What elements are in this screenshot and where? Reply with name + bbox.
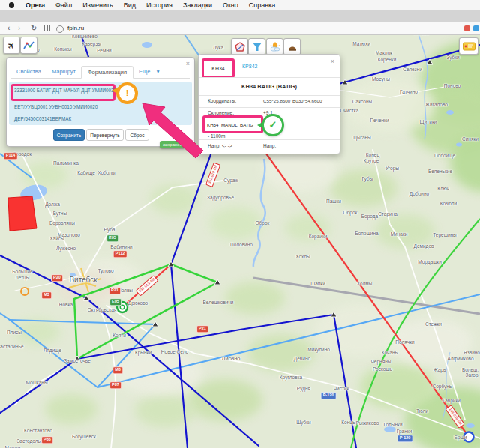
forward-button[interactable]: › (18, 23, 20, 34)
sidebar-icon[interactable] (473, 25, 479, 31)
direction-left: Напр: <- -> (208, 143, 232, 148)
declination-label: Склонение: (208, 110, 234, 115)
ruler-button[interactable] (459, 37, 478, 55)
menubar-item[interactable]: Opera (20, 1, 50, 9)
menubar-item[interactable]: Закладки (178, 1, 218, 9)
save-button[interactable]: Сохранить (53, 129, 85, 141)
point-orange-ring (21, 288, 28, 295)
menubar-item[interactable]: Изменить (77, 1, 118, 9)
waypoint-popup: KH34 КР842 × KH34 BATIG (BATIG) Координа… (198, 54, 340, 154)
pilot-button[interactable] (284, 38, 301, 55)
restricted-zone-red[interactable] (8, 196, 37, 231)
menubar-item[interactable]: История (141, 1, 178, 9)
route-tool-button[interactable] (20, 37, 38, 54)
tab-kh34[interactable]: KH34 (202, 58, 235, 78)
tab-kr842[interactable]: КР842 (242, 64, 257, 69)
saved-status-badge: сохранен (160, 141, 185, 148)
coords-label: Координаты: (208, 98, 236, 103)
weather-sun-cloud-icon (269, 42, 281, 52)
formalized-plan-field[interactable]: 33331000 БАТИГ ДЦТ МАНУЛ ДЦТ УМИИ0032 ЕЕ… (9, 82, 192, 125)
screen: OperaФайлИзменитьВидИсторияЗакладкиОкноС… (0, 0, 480, 448)
site-badge-icon[interactable] (56, 25, 64, 33)
polygon-map-icon (235, 42, 245, 52)
eet-string: ЕЕТ/УУБЦ0001 УУБН0010 УМИИ0020 (14, 104, 98, 109)
tab-more[interactable]: Ещё... ▾ (134, 66, 164, 78)
flight-plan-tabs: Свойства Маршрут Формализация Ещё... ▾ (11, 61, 190, 79)
address-bar[interactable]: fpln.ru (68, 25, 84, 31)
helmet-icon (287, 43, 298, 52)
flight-zone-green[interactable] (74, 264, 218, 359)
tab-properties[interactable]: Свойства (11, 66, 46, 78)
back-button[interactable]: ‹ (8, 23, 10, 34)
filter-button[interactable] (248, 38, 266, 55)
menubar-item[interactable]: Окно (218, 1, 244, 9)
tab-route[interactable]: Маршрут (46, 66, 81, 78)
check-icon: ✓ (262, 114, 284, 136)
close-icon[interactable]: × (186, 61, 190, 67)
apple-icon[interactable] (9, 2, 14, 8)
flip-button[interactable]: Перевернуть (86, 129, 124, 141)
speed-dial-icon[interactable] (44, 25, 50, 31)
extension-icon[interactable] (464, 25, 470, 31)
waypoint-circle-marker[interactable] (464, 432, 474, 442)
browser-tabbar (0, 10, 480, 23)
coords-value: С55°25.8600' В030°54.6600' (263, 98, 323, 103)
direction-right: Напр: (263, 143, 276, 148)
route-string: 33331000 БАТИГ ДЦТ МАНУЛ ДЦТ УМИИ0032 (14, 88, 116, 93)
drone-tool-button[interactable]: ✈ (3, 37, 20, 54)
reload-button[interactable]: ↻ (31, 23, 37, 34)
altitude-value: - 1100m (208, 133, 225, 139)
yellow-card-icon (463, 42, 476, 51)
menubar-item[interactable]: Справка (244, 1, 280, 9)
close-icon[interactable]: × (331, 58, 334, 65)
range-circle-green (351, 219, 480, 448)
warning-icon: ! (116, 82, 138, 104)
macos-menubar: OperaФайлИзменитьВидИсторияЗакладкиОкноС… (0, 0, 480, 11)
funnel-icon (252, 42, 262, 52)
waypoint-batig-marker[interactable] (117, 302, 128, 312)
waypoint-title: KH34 BATIG (BATIG) (199, 83, 340, 90)
weather-button[interactable] (266, 38, 284, 55)
menubar-item[interactable]: Файл (50, 1, 77, 9)
plane-icon: ✈ (5, 39, 18, 52)
menubar-item[interactable]: Вид (118, 1, 141, 9)
flight-plan-panel: Свойства Маршрут Формализация Ещё... ▾ ×… (6, 57, 195, 147)
dep-string: ДЕР/5450С03141ВЕРМАК (14, 116, 71, 121)
route-chart-icon (23, 40, 34, 50)
browser-toolbar: ‹ › ↻ fpln.ru (0, 22, 480, 35)
tab-formalization[interactable]: Формализация (81, 66, 134, 79)
zones-button[interactable] (231, 38, 248, 55)
reset-button[interactable]: Сброс (125, 129, 149, 141)
